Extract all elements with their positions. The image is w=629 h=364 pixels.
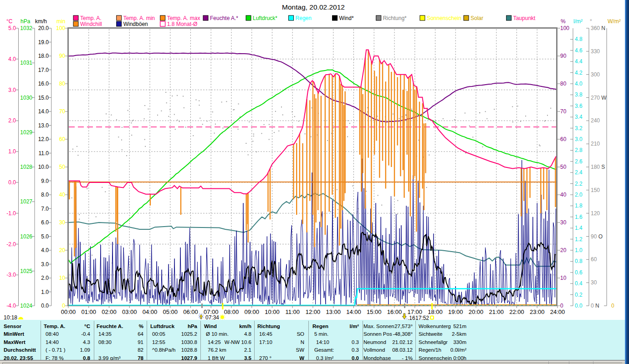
svg-text:hPa: hPa (20, 18, 31, 25)
svg-text:4.4: 4.4 (575, 58, 583, 65)
svg-text:0: 0 (611, 303, 614, 309)
svg-text:15:00: 15:00 (367, 308, 382, 315)
svg-text:Luftdruck*: Luftdruck* (253, 15, 277, 21)
svg-text:01:00: 01:00 (82, 308, 97, 315)
svg-text:Windchill: Windchill (80, 21, 102, 27)
svg-text:06:00: 06:00 (183, 308, 198, 315)
svg-text:4.0: 4.0 (575, 81, 583, 87)
svg-text:1.0: 1.0 (8, 148, 16, 155)
svg-text:km/h: km/h (35, 18, 47, 25)
svg-text:Taupunkt: Taupunkt (513, 15, 536, 21)
svg-text:2.0: 2.0 (8, 117, 16, 124)
svg-text:18:00: 18:00 (428, 308, 443, 315)
svg-text:12.0: 12.0 (38, 136, 49, 142)
svg-text:0.2: 0.2 (575, 292, 583, 298)
svg-text:20: 20 (59, 247, 66, 253)
svg-text:240: 240 (591, 117, 600, 124)
svg-text:1026: 1026 (20, 233, 32, 240)
svg-text:13:00: 13:00 (326, 308, 341, 315)
svg-text:19:00: 19:00 (448, 308, 463, 315)
svg-text:16:00: 16:00 (387, 308, 402, 315)
svg-text:09:00: 09:00 (245, 308, 260, 315)
svg-text:4.8: 4.8 (575, 36, 583, 42)
svg-text:Wind*: Wind* (339, 15, 354, 21)
svg-text:70: 70 (59, 108, 66, 115)
svg-text:13.0: 13.0 (38, 122, 49, 129)
svg-text:12:00: 12:00 (306, 308, 321, 315)
svg-text:60: 60 (560, 136, 567, 142)
svg-text:5.0: 5.0 (41, 233, 49, 240)
svg-text:l/m²: l/m² (573, 18, 583, 25)
svg-text:150: 150 (591, 187, 600, 193)
svg-text:30: 30 (59, 219, 66, 226)
svg-text:11.0: 11.0 (39, 150, 49, 157)
svg-text:Richtung*: Richtung* (383, 15, 407, 21)
svg-text:3.0: 3.0 (575, 136, 583, 142)
svg-text:14.0: 14.0 (38, 108, 49, 115)
svg-text:Regen: Regen (296, 15, 312, 21)
svg-text:30: 30 (560, 219, 567, 226)
svg-text:180 S: 180 S (591, 164, 605, 170)
svg-text:3.8: 3.8 (575, 91, 583, 98)
svg-text:50: 50 (560, 164, 567, 170)
svg-text:1029: 1029 (20, 129, 32, 136)
svg-text:0.0: 0.0 (8, 179, 16, 186)
svg-text:Temp. A.: Temp. A. (80, 15, 102, 21)
svg-text:11:00: 11:00 (285, 308, 300, 315)
svg-text:0.6: 0.6 (575, 269, 583, 276)
svg-text:80: 80 (560, 81, 567, 87)
svg-text:00:00: 00:00 (61, 308, 76, 315)
svg-text:3.6: 3.6 (575, 103, 583, 109)
svg-text:120: 120 (591, 210, 600, 217)
svg-text:80: 80 (59, 81, 66, 87)
svg-text:5.0: 5.0 (8, 25, 16, 31)
svg-text:Windböen: Windböen (123, 21, 148, 27)
svg-text:3.4: 3.4 (575, 114, 583, 120)
svg-text:Sonnenschein: Sonnenschein (427, 15, 461, 21)
svg-text:100: 100 (560, 25, 569, 31)
svg-text:-1.0: -1.0 (6, 210, 16, 217)
svg-text:210: 210 (591, 141, 600, 147)
svg-text:1025: 1025 (20, 268, 32, 274)
svg-text:0 N: 0 N (591, 303, 599, 309)
svg-text:330: 330 (591, 48, 600, 55)
svg-text:60: 60 (59, 136, 66, 142)
svg-text:4.0: 4.0 (41, 247, 49, 253)
svg-text:20: 20 (560, 247, 567, 253)
svg-text:10:00: 10:00 (265, 308, 280, 315)
svg-text:90: 90 (560, 53, 567, 59)
svg-text:02:00: 02:00 (102, 308, 117, 315)
svg-text:1027: 1027 (20, 198, 32, 205)
svg-text:20:00: 20:00 (469, 308, 484, 315)
svg-text:40: 40 (59, 192, 66, 198)
svg-text:23:00: 23:00 (530, 308, 545, 315)
svg-text:0.0: 0.0 (575, 303, 583, 309)
svg-text:18.0: 18.0 (38, 53, 49, 59)
svg-text:90: 90 (59, 53, 66, 59)
svg-text:°C: °C (6, 18, 13, 25)
svg-text:4.6: 4.6 (575, 47, 583, 54)
svg-text:0.4: 0.4 (575, 280, 583, 287)
svg-text:300: 300 (591, 71, 600, 78)
svg-text:Temp. A. min: Temp. A. min (123, 15, 155, 21)
svg-text:2.0: 2.0 (575, 192, 583, 198)
svg-text:360 N: 360 N (591, 25, 605, 31)
svg-text:Montag, 20.02.2012: Montag, 20.02.2012 (282, 3, 345, 11)
svg-text:8.0: 8.0 (41, 192, 49, 198)
svg-text:05:00: 05:00 (163, 308, 178, 315)
svg-text:1.2: 1.2 (575, 236, 583, 243)
svg-text:1028: 1028 (20, 164, 32, 170)
svg-text:%: % (561, 18, 566, 25)
svg-text:°: ° (590, 18, 592, 25)
svg-text:100: 100 (56, 25, 65, 31)
svg-text:1.8: 1.8 (575, 202, 583, 209)
svg-text:1030: 1030 (20, 95, 32, 101)
svg-text:7.0: 7.0 (41, 206, 49, 212)
svg-text:2.0: 2.0 (41, 275, 49, 281)
svg-text:3.2: 3.2 (575, 125, 583, 131)
svg-text:30: 30 (591, 279, 597, 286)
svg-text:9.0: 9.0 (41, 178, 49, 184)
svg-text:22:00: 22:00 (509, 308, 524, 315)
svg-text:1024: 1024 (20, 303, 32, 309)
svg-text:1032: 1032 (20, 25, 32, 31)
